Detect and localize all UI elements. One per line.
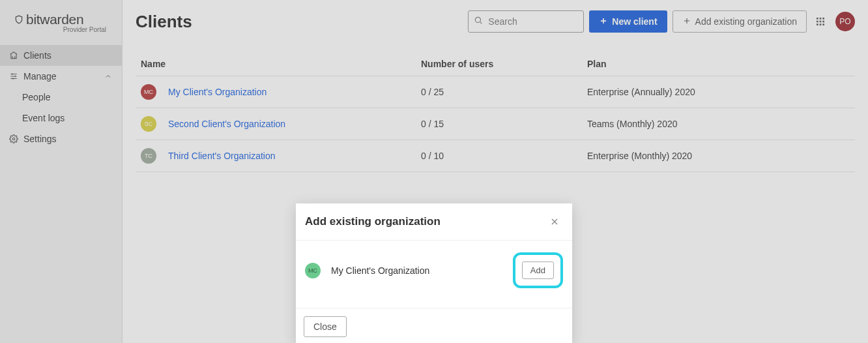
sidebar-item-label: Event logs <box>22 113 65 123</box>
apps-grid-icon[interactable] <box>815 16 826 27</box>
svg-rect-8 <box>817 23 818 25</box>
cell-users: 0 / 10 <box>421 151 587 161</box>
cell-plan: Enterprise (Monthly) 2020 <box>587 151 850 161</box>
svg-rect-2 <box>817 18 818 20</box>
org-link[interactable]: Third Client's Organization <box>168 151 276 161</box>
svg-rect-3 <box>820 18 822 20</box>
gear-icon <box>9 134 18 143</box>
table-row: SC Second Client's Organization 0 / 15 T… <box>136 108 855 140</box>
sidebar-item-label: Manage <box>23 71 57 82</box>
brand-name: bitwarden <box>26 12 83 27</box>
svg-rect-10 <box>822 23 824 25</box>
svg-rect-9 <box>820 23 822 25</box>
modal-org-name: My Client's Organization <box>331 265 429 276</box>
col-plan: Plan <box>587 59 850 69</box>
button-label: New client <box>612 16 657 27</box>
sidebar-item-event-logs[interactable]: Event logs <box>0 108 122 128</box>
svg-rect-5 <box>817 21 818 23</box>
svg-rect-4 <box>822 18 824 20</box>
sidebar-item-people[interactable]: People <box>0 87 122 108</box>
plus-icon <box>682 16 691 27</box>
table-row: TC Third Client's Organization 0 / 10 En… <box>136 140 855 172</box>
search-icon <box>474 16 483 27</box>
svg-rect-6 <box>820 21 822 23</box>
modal-title: Add existing organization <box>305 215 441 228</box>
sidebar: bitwarden Provider Portal Clients Manage <box>0 0 123 343</box>
modal-footer: Close <box>296 308 572 343</box>
user-avatar[interactable]: PO <box>835 12 855 31</box>
button-label: Add existing organization <box>695 16 797 27</box>
cell-users: 0 / 25 <box>421 87 587 97</box>
sidebar-item-manage[interactable]: Manage <box>0 66 122 87</box>
cell-users: 0 / 15 <box>421 119 587 129</box>
sliders-icon <box>9 72 18 81</box>
plus-icon <box>599 16 608 27</box>
org-link[interactable]: Second Client's Organization <box>168 119 285 129</box>
svg-point-1 <box>476 17 481 22</box>
add-button[interactable]: Add <box>522 261 554 279</box>
cell-plan: Teams (Monthly) 2020 <box>587 119 850 129</box>
bank-icon <box>9 51 18 60</box>
topbar: Clients New client Add existing organiza… <box>136 10 855 33</box>
org-avatar: SC <box>141 116 156 132</box>
org-avatar: MC <box>305 263 321 278</box>
col-users: Number of users <box>421 59 587 69</box>
sidebar-item-label: People <box>22 92 51 102</box>
close-button[interactable]: Close <box>304 316 347 337</box>
table-header: Name Number of users Plan <box>136 52 855 76</box>
highlight-ring: Add <box>513 252 563 288</box>
org-link[interactable]: My Client's Organization <box>168 87 267 97</box>
close-icon[interactable] <box>549 216 560 228</box>
search-input[interactable] <box>468 10 584 33</box>
org-avatar: MC <box>141 84 156 100</box>
modal-header: Add existing organization <box>296 203 572 241</box>
table-row: MC My Client's Organization 0 / 25 Enter… <box>136 76 855 108</box>
sidebar-item-clients[interactable]: Clients <box>0 45 122 66</box>
sidebar-item-label: Clients <box>23 50 51 61</box>
add-existing-org-button[interactable]: Add existing organization <box>673 10 807 33</box>
clients-table: Name Number of users Plan MC My Client's… <box>136 52 855 172</box>
search-box <box>468 10 584 33</box>
new-client-button[interactable]: New client <box>589 10 667 33</box>
org-avatar: TC <box>141 148 156 164</box>
chevron-up-icon <box>104 72 113 81</box>
modal-body: MC My Client's Organization Add <box>296 241 572 308</box>
cell-plan: Enterprise (Annually) 2020 <box>587 87 850 97</box>
sidebar-item-label: Settings <box>23 134 57 144</box>
add-existing-org-modal: Add existing organization MC My Client's… <box>296 203 572 343</box>
logo: bitwarden Provider Portal <box>0 0 122 37</box>
col-name: Name <box>141 59 421 69</box>
svg-rect-7 <box>822 21 824 23</box>
page-title: Clients <box>136 12 192 32</box>
sidebar-item-settings[interactable]: Settings <box>0 128 122 149</box>
shield-icon <box>14 15 23 24</box>
nav: Clients Manage People Event logs <box>0 45 122 149</box>
svg-point-0 <box>12 138 15 140</box>
